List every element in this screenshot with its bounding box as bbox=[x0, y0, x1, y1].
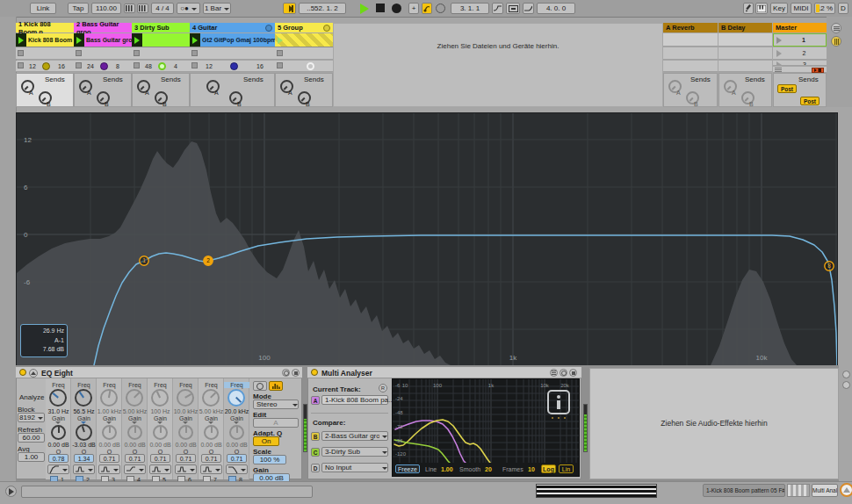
send-a-post-button[interactable]: Post bbox=[777, 84, 797, 93]
device-fold-button[interactable] bbox=[29, 369, 38, 378]
band1-filter-type[interactable] bbox=[47, 464, 69, 474]
compare-b-select[interactable]: 2-Bass Guitar groov... bbox=[321, 431, 388, 441]
clip-play-button[interactable] bbox=[74, 33, 84, 47]
band8-freq-value[interactable]: 20.0 kHz bbox=[224, 408, 249, 414]
scene-3[interactable]: 3 bbox=[773, 61, 827, 66]
device-view-icon[interactable] bbox=[842, 371, 850, 378]
follow-button[interactable] bbox=[283, 3, 296, 14]
stop-square[interactable] bbox=[277, 62, 283, 68]
clip-stop-slot[interactable] bbox=[275, 47, 333, 60]
band4-filter-type[interactable] bbox=[124, 464, 146, 474]
band2-q-field[interactable]: 1.34 bbox=[74, 454, 94, 463]
group-fold-icon[interactable] bbox=[323, 25, 330, 32]
band5-freq-knob[interactable] bbox=[151, 389, 169, 407]
band5-gain-knob[interactable] bbox=[153, 425, 168, 440]
block-select[interactable]: 8192 bbox=[18, 413, 45, 422]
link-button[interactable]: Link bbox=[30, 3, 56, 14]
band1-freq-value[interactable]: 31.0 Hz bbox=[46, 408, 71, 414]
clip[interactable] bbox=[142, 33, 190, 47]
compare-d-select[interactable]: No Input bbox=[321, 463, 388, 472]
band5-filter-type[interactable] bbox=[149, 464, 171, 474]
tempo-field[interactable]: 110.00 bbox=[91, 3, 121, 14]
stop-square[interactable] bbox=[277, 50, 283, 56]
clip-stop-slot[interactable] bbox=[16, 47, 74, 60]
hot-swap-icon[interactable] bbox=[560, 369, 567, 377]
band5-gain-value[interactable]: 0.00 dB bbox=[148, 442, 173, 448]
punch-out-button[interactable] bbox=[523, 3, 534, 14]
send-b-post-button[interactable]: Post bbox=[800, 97, 820, 105]
refresh-field[interactable]: 60.00 bbox=[18, 433, 45, 443]
band4-gain-knob[interactable] bbox=[127, 425, 142, 440]
band8-q-field[interactable]: 0.71 bbox=[227, 454, 247, 463]
spectrum-view-toggle[interactable] bbox=[269, 381, 283, 391]
clip-stop-slot[interactable] bbox=[190, 47, 275, 60]
loop-length-field[interactable]: 4. 0. 0 bbox=[537, 3, 575, 14]
line-value[interactable]: 1.00 bbox=[441, 466, 453, 472]
loop-button[interactable] bbox=[506, 3, 520, 14]
track-header-5[interactable]: 5 Group bbox=[275, 23, 333, 32]
mode-select[interactable]: Stereo bbox=[253, 400, 299, 409]
eq-curve-display[interactable]: 1260-61001k10k128 26.9 Hz A-1 7.68 dB bbox=[16, 112, 838, 366]
band7-gain-knob[interactable] bbox=[204, 425, 219, 440]
clip[interactable]: Bass Guitar groo bbox=[84, 33, 132, 47]
current-track-field[interactable]: 1-Kick 808 Boom pa... bbox=[321, 395, 388, 405]
clip[interactable]: Gt2 GitPop Gmaj 100bpm bbox=[200, 33, 275, 47]
band2-freq-knob[interactable] bbox=[75, 389, 92, 407]
band7-filter-type[interactable] bbox=[200, 464, 222, 474]
track-header-3[interactable]: 3 Dirty Sub bbox=[132, 23, 190, 32]
group-slot-body[interactable] bbox=[275, 33, 333, 47]
clip-view-icon[interactable] bbox=[842, 381, 850, 389]
curve-view-toggle[interactable] bbox=[253, 381, 267, 391]
record-button[interactable] bbox=[392, 4, 401, 13]
quantization-menu[interactable]: 1 Bar bbox=[203, 3, 231, 14]
clip-play-button[interactable] bbox=[16, 33, 26, 47]
band3-freq-knob[interactable] bbox=[100, 389, 118, 407]
band5-q-field[interactable]: 0.71 bbox=[150, 454, 170, 463]
band1-gain-knob[interactable] bbox=[51, 425, 66, 440]
clip[interactable]: Kick 808 Boom p bbox=[26, 33, 74, 47]
band1-q-field[interactable]: 0.78 bbox=[48, 454, 69, 463]
time-signature-field[interactable]: 4 / 4 bbox=[151, 3, 174, 14]
band6-gain-value[interactable]: 0.00 dB bbox=[173, 442, 199, 448]
return-track-header-b[interactable]: B Delay bbox=[718, 23, 772, 32]
clip-play-button[interactable] bbox=[132, 33, 142, 47]
computer-midi-keyboard-button[interactable] bbox=[755, 3, 768, 14]
tap-tempo-button[interactable]: Tap bbox=[68, 3, 89, 14]
stop-square[interactable] bbox=[191, 50, 198, 56]
notification-button[interactable] bbox=[840, 483, 852, 497]
frames-value[interactable]: 10 bbox=[528, 466, 535, 472]
stop-square[interactable] bbox=[191, 62, 198, 68]
unfold-params-icon[interactable] bbox=[550, 369, 558, 377]
clip-overview[interactable] bbox=[536, 484, 657, 498]
freeze-button[interactable]: Freeze bbox=[395, 464, 420, 473]
band7-q-field[interactable]: 0.71 bbox=[201, 454, 221, 463]
stop-square[interactable] bbox=[18, 62, 24, 68]
group-clip-slot[interactable] bbox=[275, 33, 333, 47]
band2-gain-knob[interactable] bbox=[76, 424, 92, 441]
band4-freq-knob[interactable] bbox=[126, 389, 143, 407]
session-drop-area[interactable]: Ziehen Sie Dateien und Geräte hierhin. bbox=[333, 23, 663, 107]
stop-square[interactable] bbox=[76, 50, 82, 56]
band6-freq-knob[interactable] bbox=[177, 389, 194, 407]
clip-play-button[interactable] bbox=[190, 33, 200, 47]
stop-square[interactable] bbox=[76, 62, 82, 68]
band3-gain-value[interactable]: 0.00 dB bbox=[97, 442, 122, 448]
track-header-4[interactable]: 4 Guitar bbox=[190, 23, 275, 32]
stop-all-clips-button[interactable] bbox=[812, 68, 824, 73]
compare-c-select[interactable]: 3-Dirty Sub bbox=[321, 447, 388, 457]
band2-gain-value[interactable]: -3.03 dB bbox=[71, 442, 97, 448]
stop-square[interactable] bbox=[134, 50, 140, 56]
device-on-button[interactable] bbox=[19, 369, 26, 376]
session-view-toggle[interactable] bbox=[831, 23, 841, 33]
save-preset-icon[interactable] bbox=[292, 369, 300, 377]
band6-filter-type[interactable] bbox=[175, 464, 197, 474]
scene-1[interactable]: 1 bbox=[773, 33, 827, 47]
clip-slot-1[interactable]: Kick 808 Boom p bbox=[16, 33, 74, 47]
receive-badge[interactable]: R bbox=[379, 384, 387, 392]
draw-mode-button[interactable] bbox=[743, 3, 754, 14]
avg-field[interactable]: 1.00 bbox=[18, 452, 45, 462]
automation-arm-button[interactable] bbox=[422, 3, 432, 14]
band6-q-field[interactable]: 0.71 bbox=[176, 454, 196, 463]
band6-gain-knob[interactable] bbox=[178, 425, 193, 440]
clip-stop-slot[interactable] bbox=[74, 47, 132, 60]
